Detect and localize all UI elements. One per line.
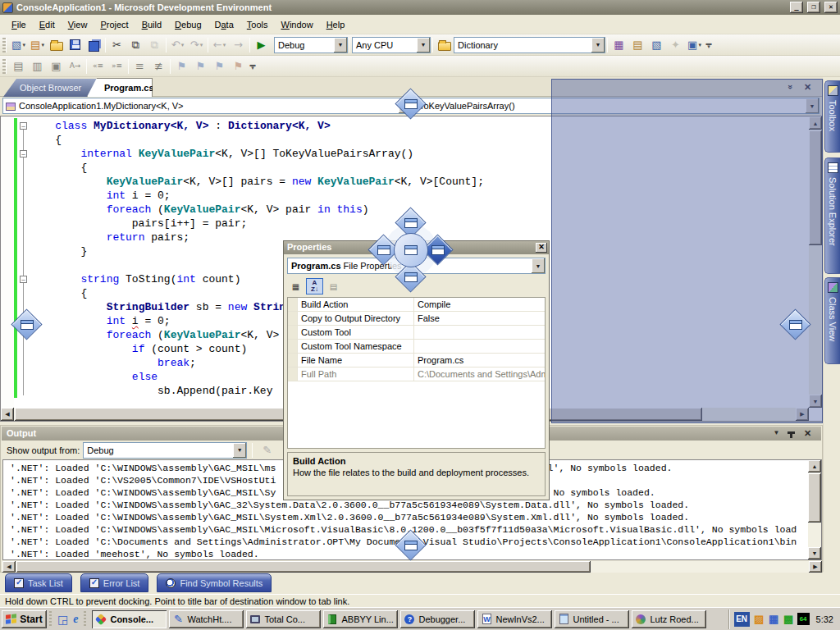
property-row[interactable]: Full PathC:\Documents and Settings\Admin: [288, 368, 545, 381]
open-file-icon[interactable]: [47, 36, 66, 54]
menu-tools[interactable]: Tools: [240, 16, 275, 33]
property-row[interactable]: Copy to Output DirectoryFalse: [288, 312, 545, 326]
fold-collapse-icon[interactable]: –: [20, 122, 27, 130]
other-windows-icon[interactable]: ▣▾: [685, 36, 704, 54]
menu-view[interactable]: View: [62, 16, 94, 33]
copy-icon[interactable]: ⧉: [126, 36, 145, 54]
scroll-up-icon[interactable]: ▲: [808, 460, 821, 472]
tab-program-cs[interactable]: Program.cs: [87, 78, 153, 97]
taskbar-button-abbyy-lin-[interactable]: ABBYY Lin...: [323, 610, 398, 628]
solution-platforms-combo[interactable]: Any CPU ▼: [352, 37, 431, 53]
auto-hide-pin-icon[interactable]: [785, 427, 797, 439]
new-project-icon[interactable]: ▧▾: [9, 36, 28, 54]
find-combo[interactable]: Dictionary ▼: [454, 37, 605, 53]
window-menu-icon[interactable]: ▼: [770, 427, 783, 439]
restore-button[interactable]: ❐: [807, 2, 820, 13]
output-hscroll-thumb[interactable]: [16, 561, 591, 573]
close-properties-icon[interactable]: ✕: [536, 243, 547, 253]
indicator-margin[interactable]: [1, 116, 14, 408]
code-line-1[interactable]: class MyDictionary<K, V> : Dictionary<K,…: [30, 119, 484, 133]
goto-message-icon[interactable]: ✎: [258, 441, 276, 459]
taskbar-button-debugger-[interactable]: ?Debugger...: [400, 610, 475, 628]
autohide-tab-class-view[interactable]: Class View: [824, 277, 840, 364]
properties-window-icon[interactable]: ▤: [628, 36, 647, 54]
start-debug-icon[interactable]: ▶: [252, 36, 271, 54]
taskbar-button-newinvs2-[interactable]: WNewInVs2...: [477, 610, 552, 628]
cut-icon[interactable]: ✂: [107, 36, 126, 54]
close-button[interactable]: ✕: [824, 2, 838, 13]
menu-file[interactable]: File: [5, 16, 33, 33]
dock-guide-bottom-edge[interactable]: [395, 530, 427, 561]
toolbar-grip[interactable]: [2, 38, 7, 52]
property-pages-icon[interactable]: ▤: [325, 278, 342, 294]
autohide-tab-toolbox[interactable]: Toolbox: [824, 80, 840, 153]
scroll-left-icon[interactable]: ◀: [2, 561, 16, 573]
code-line-6[interactable]: int i = 0;: [30, 189, 484, 203]
property-row[interactable]: Custom Tool: [288, 326, 545, 340]
alphabetical-sort-icon[interactable]: AZ↓: [306, 278, 323, 294]
find-in-files-icon[interactable]: [435, 36, 454, 54]
toolbar-grip[interactable]: [2, 59, 7, 74]
command-window-icon[interactable]: ▦: [609, 36, 628, 54]
object-browser-icon[interactable]: ▧: [647, 36, 666, 54]
title-bar[interactable]: ConsoleApplication1 - Microsoft Developm…: [0, 0, 840, 15]
property-row[interactable]: Custom Tool Namespace: [288, 340, 545, 354]
chevron-down-icon[interactable]: ▼: [334, 38, 347, 52]
outlining-margin[interactable]: –––: [18, 116, 30, 408]
property-row[interactable]: File NameProgram.cs: [288, 354, 545, 368]
taskbar-button-untitled-[interactable]: Untitled - ...: [555, 610, 629, 628]
dock-guide-right-edge[interactable]: [780, 309, 811, 340]
clock[interactable]: 5:32: [813, 614, 833, 624]
close-output-icon[interactable]: ✕: [801, 427, 814, 439]
output-source-combo[interactable]: Debug ▼: [83, 442, 247, 459]
tray-icon-clipboard[interactable]: ▨: [753, 613, 765, 625]
taskbar-button-total-co-[interactable]: Total Co...: [246, 610, 321, 628]
taskbar-button-lutz-roed-[interactable]: Lutz Roed...: [632, 610, 706, 628]
menu-window[interactable]: Window: [274, 16, 319, 33]
tool-tab-task-list[interactable]: Task List: [5, 573, 72, 592]
taskbar-button-console-[interactable]: Console...: [92, 610, 167, 628]
internet-explorer-icon[interactable]: e: [73, 614, 78, 625]
code-line-3[interactable]: internal KeyValuePair<K, V>[] ToKeyValue…: [30, 147, 484, 161]
save-all-icon[interactable]: [84, 36, 103, 54]
tray-icon-windows[interactable]: ▦: [768, 613, 780, 625]
menu-debug[interactable]: Debug: [168, 16, 208, 33]
language-indicator[interactable]: EN: [734, 612, 750, 627]
toolbar-options-overflow[interactable]: ▬▾: [704, 37, 714, 53]
scroll-right-icon[interactable]: ▶: [809, 561, 822, 573]
solution-configurations-combo[interactable]: Debug ▼: [274, 37, 348, 53]
tray-icon-64[interactable]: 64: [797, 613, 810, 625]
scroll-down-icon[interactable]: ▼: [808, 547, 821, 559]
taskbar-button-watchht-[interactable]: ✎WatchHt....: [169, 610, 244, 628]
chevron-down-icon[interactable]: ▼: [417, 38, 430, 52]
tab-object-browser[interactable]: Object Browser: [3, 79, 100, 97]
scroll-left-icon[interactable]: ◀: [1, 408, 14, 421]
add-new-item-icon[interactable]: ▤▾: [28, 36, 47, 54]
menu-edit[interactable]: Edit: [33, 16, 62, 33]
types-dropdown[interactable]: ConsoleApplication1.MyDictionary<K, V> ▼: [2, 98, 413, 114]
categorized-icon[interactable]: ▦: [287, 278, 304, 294]
dock-guide-center-tab[interactable]: [394, 233, 428, 267]
output-vscroll-thumb[interactable]: [808, 473, 821, 523]
code-line-5[interactable]: KeyValuePair<K, V>[] pairs = new KeyValu…: [30, 175, 484, 189]
save-icon[interactable]: [66, 36, 84, 54]
fold-collapse-icon[interactable]: –: [20, 276, 27, 283]
chevron-down-icon[interactable]: ▼: [591, 38, 605, 52]
tool-tab-error-list[interactable]: Error List: [80, 573, 149, 592]
start-button[interactable]: Start: [2, 610, 47, 628]
code-line-2[interactable]: {: [30, 133, 484, 147]
chevron-down-icon[interactable]: ▼: [532, 258, 545, 273]
dock-guide-top[interactable]: [395, 89, 427, 120]
menu-build[interactable]: Build: [135, 16, 168, 33]
tray-icon-antivirus[interactable]: ▩: [783, 613, 795, 625]
menu-help[interactable]: Help: [320, 16, 352, 33]
autohide-tab-solution-explorer[interactable]: Solution Explorer: [824, 158, 840, 274]
menu-project[interactable]: Project: [94, 16, 135, 33]
fold-collapse-icon[interactable]: –: [20, 150, 27, 158]
menu-data[interactable]: Data: [208, 16, 240, 33]
dock-guide-left-edge[interactable]: [11, 309, 43, 340]
tool-tab-find-symbol-results[interactable]: Find Symbol Results: [157, 573, 272, 592]
toolbar-options-overflow[interactable]: ▬▾: [248, 58, 258, 75]
property-row[interactable]: Build ActionCompile: [288, 298, 545, 312]
minimize-button[interactable]: _: [790, 2, 803, 13]
